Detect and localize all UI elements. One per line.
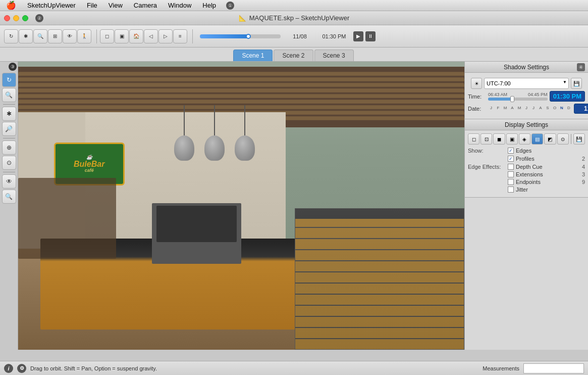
time-slider-fill [488, 98, 512, 101]
measurements-label: Measurements [483, 365, 519, 371]
minimize-button[interactable] [13, 15, 19, 21]
section-lt-tool[interactable]: ⊕ [2, 140, 16, 155]
display-shaded-icon[interactable]: ◼ [493, 133, 505, 145]
apple-menu[interactable]: 🍎 [4, 1, 18, 10]
effect-row-depth-cue: Depth Cue 4 [508, 164, 585, 170]
display-wireframe-icon[interactable]: ◻ [468, 133, 479, 145]
time-slider-thumb[interactable] [510, 96, 514, 102]
settings-status-button[interactable]: ⚙ [17, 364, 26, 373]
pan-tool[interactable]: ✱ [19, 29, 33, 43]
month-J[interactable]: J [488, 106, 494, 110]
main-toolbar: ↻ ✱ 🔍 ⊞ 👁 🚶 ◻ ▣ 🏠 ◁ ▷ ≡ 11/08 01:30 PM ▶… [0, 25, 588, 48]
close-button[interactable] [4, 15, 10, 21]
orbit-tool[interactable]: ↻ [4, 29, 18, 43]
walk-lt-tool[interactable]: 🔎 [2, 122, 16, 136]
prev-scene-tool[interactable]: ◁ [144, 29, 158, 43]
pause-button[interactable]: ⏸ [365, 31, 376, 41]
month-N[interactable]: N [559, 106, 565, 110]
measure-tool[interactable]: ✱ [2, 107, 16, 121]
toolbar-badge: ② [35, 14, 43, 22]
traffic-lights: ② [4, 14, 43, 22]
extensions-checkbox[interactable] [508, 171, 514, 177]
display-sky-icon[interactable]: ⊙ [557, 133, 569, 145]
walk-tool[interactable]: 🚶 [77, 29, 91, 43]
timeline-thumb[interactable] [246, 34, 251, 39]
depth-cue-checkbox[interactable] [508, 164, 514, 170]
zoom-extents-tool[interactable]: ⊞ [48, 29, 62, 43]
zoom-tool[interactable]: 🔍 [33, 29, 47, 43]
play-button[interactable]: ▶ [353, 31, 363, 41]
month-A2[interactable]: A [538, 106, 544, 110]
month-J2[interactable]: J [523, 106, 529, 110]
display-settings-controls: ◻ ⊡ ◼ ▣ ◈ ▤ ◩ ⊙ 💾 Show: ✓ Edges [465, 130, 588, 197]
model-info-tool[interactable]: ▣ [115, 29, 129, 43]
month-A1[interactable]: A [509, 106, 515, 110]
display-monochrome-icon[interactable]: ◩ [544, 133, 556, 145]
menu-help[interactable]: Help [200, 2, 218, 9]
next-scene-tool[interactable]: ▷ [158, 29, 173, 43]
zoom-lt-tool[interactable]: 🔍 [2, 88, 16, 102]
profiles-checkbox[interactable]: ✓ [508, 156, 514, 162]
select-tool[interactable]: ↻ [2, 73, 16, 87]
display-save-icon[interactable]: 💾 [573, 133, 585, 145]
shadow-enable-icon[interactable]: ☀ [471, 78, 482, 89]
date-value-display[interactable]: 11/08 [574, 104, 588, 114]
month-S[interactable]: S [545, 106, 551, 110]
display-settings-header: Display Settings [465, 119, 588, 130]
endpoints-checkbox[interactable] [508, 179, 514, 185]
toolbar-sep-2 [192, 29, 193, 43]
display-textured-icon[interactable]: ▣ [506, 133, 518, 145]
time-start: 06:43 AM [488, 92, 507, 97]
left-toolbar-badge: ③ [9, 63, 17, 71]
jitter-checkbox[interactable] [508, 186, 514, 193]
month-O[interactable]: O [552, 106, 558, 110]
measurements-input[interactable] [523, 363, 584, 373]
menu-camera[interactable]: Camera [132, 2, 159, 9]
edges-checkbox[interactable]: ✓ [508, 148, 514, 154]
timezone-select[interactable]: UTC-7:00 [484, 78, 569, 89]
time-value-display[interactable]: 01:30 PM [550, 91, 585, 102]
date-label: Date: [468, 106, 486, 112]
edge-effects-label: Edge Effects: [468, 164, 506, 194]
maximize-button[interactable] [22, 15, 28, 21]
settings-lt-tool[interactable]: 🔍 [2, 190, 16, 204]
time-slider[interactable] [488, 98, 548, 101]
time-label: Time: [468, 93, 486, 100]
layers-tool[interactable]: ≡ [173, 29, 187, 43]
month-F[interactable]: F [495, 106, 501, 110]
look-around-tool[interactable]: 👁 [63, 29, 77, 43]
menu-window[interactable]: Window [166, 2, 193, 9]
toolbar-sep-1 [96, 29, 97, 43]
month-M2[interactable]: M [516, 106, 522, 110]
scene-tab-1[interactable]: Scene 1 [233, 50, 273, 61]
effect-row-extensions: Extensions 3 [508, 171, 585, 177]
menu-app[interactable]: SketchUpViewer [25, 2, 78, 9]
month-M1[interactable]: M [502, 106, 508, 110]
scene-tab-2[interactable]: Scene 2 [274, 50, 313, 61]
tool-group-2: ◻ ▣ 🏠 ◁ ▷ ≡ [100, 29, 187, 43]
hanging-lights [174, 105, 255, 161]
view-lt-tool[interactable]: 👁 [2, 174, 16, 189]
display-hidden-icon[interactable]: ⊡ [480, 133, 492, 145]
section-plane-tool[interactable]: ◻ [100, 29, 114, 43]
info-button[interactable]: i [4, 364, 13, 373]
menu-view[interactable]: View [106, 2, 125, 9]
shadow-save-icon[interactable]: 💾 [571, 78, 582, 89]
scene-tab-3[interactable]: Scene 3 [314, 50, 354, 61]
display-icons-sep [571, 134, 571, 144]
month-J3[interactable]: J [530, 106, 537, 110]
date-row: Date: J F M A M J J A S O [468, 104, 585, 114]
display-edges-icon[interactable]: ▤ [531, 133, 543, 145]
month-D[interactable]: D [566, 106, 572, 110]
tool-group-1: ↻ ✱ 🔍 ⊞ 👁 🚶 [4, 29, 91, 43]
shadow-controls: ☀ UTC-7:00 ▼ 💾 Time: 06:43 AM [465, 73, 588, 119]
menu-file[interactable]: File [85, 2, 99, 9]
timeline-track[interactable] [200, 34, 281, 38]
main-content: ③ ↻ 🔍 ✱ 🔎 ⊕ ⊙ 👁 🔍 [0, 62, 588, 350]
layer-lt-tool[interactable]: ⊙ [2, 156, 16, 170]
home-tool[interactable]: 🏠 [129, 29, 143, 43]
show-row-edges: Show: ✓ Edges [468, 148, 585, 154]
display-xray-icon[interactable]: ◈ [519, 133, 530, 145]
display-settings-title: Display Settings [505, 121, 548, 128]
viewport[interactable]: ☕ BuleBar café [18, 62, 464, 350]
